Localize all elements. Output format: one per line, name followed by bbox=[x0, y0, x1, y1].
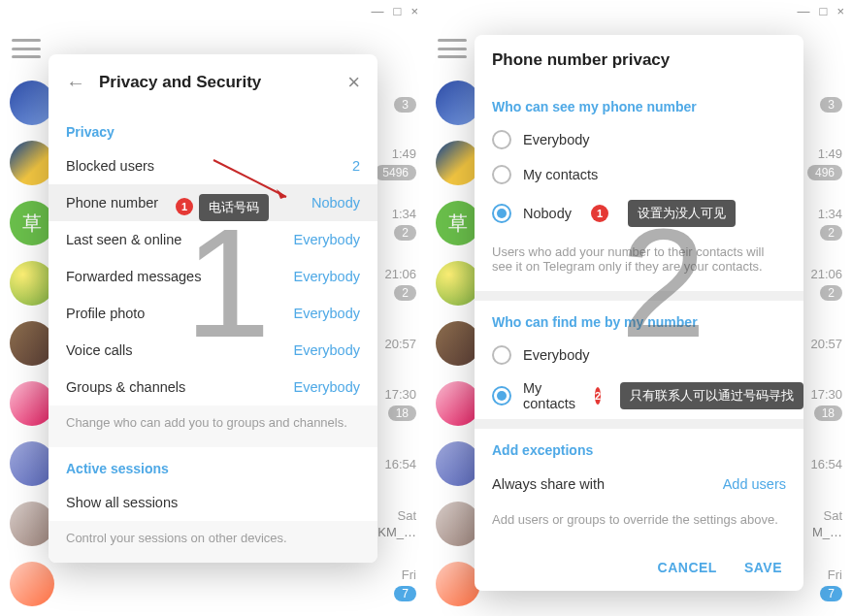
hamburger-icon[interactable] bbox=[12, 39, 41, 58]
setting-value: 2 bbox=[352, 158, 360, 174]
chat-meta: 20:57 bbox=[810, 337, 842, 351]
maximize-icon[interactable]: □ bbox=[820, 4, 828, 18]
annotation-badge-1: 1 bbox=[176, 198, 193, 215]
chat-time: 1:49 bbox=[375, 146, 416, 161]
radio-everybody-see[interactable]: Everybody bbox=[475, 122, 803, 157]
setting-label: Always share with bbox=[492, 476, 605, 492]
minimize-icon[interactable]: — bbox=[798, 4, 810, 18]
setting-value: Everybody bbox=[293, 232, 360, 247]
who-can-find-label: Who can find me by my number bbox=[475, 301, 803, 338]
chat-time: 21:06 bbox=[384, 267, 416, 281]
annotation-tooltip-contacts: 只有联系人可以通过号码寻找 bbox=[620, 382, 803, 409]
cancel-button[interactable]: CANCEL bbox=[658, 560, 717, 575]
chat-time: 16:54 bbox=[384, 457, 416, 471]
chat-meta: SatKM_… bbox=[377, 508, 416, 540]
chat-time: 20:57 bbox=[384, 337, 416, 351]
chat-meta: 1:495496 bbox=[375, 146, 416, 180]
close-icon[interactable]: × bbox=[347, 70, 360, 95]
window-controls: — □ × bbox=[372, 4, 418, 18]
setting-value: Nobody bbox=[311, 195, 360, 211]
chat-time: 17:30 bbox=[384, 387, 416, 402]
unread-badge: 18 bbox=[814, 405, 842, 421]
chat-time: Sat bbox=[377, 508, 416, 523]
chat-meta: Fri7 bbox=[394, 567, 416, 601]
chat-time: 16:54 bbox=[810, 457, 842, 471]
privacy-security-dialog: ← Privacy and Security × Privacy Blocked… bbox=[49, 54, 377, 563]
radio-icon bbox=[492, 130, 511, 149]
setting-label: Profile photo bbox=[66, 306, 145, 321]
hamburger-icon[interactable] bbox=[438, 39, 467, 58]
setting-value: Everybody bbox=[293, 269, 360, 284]
setting-value: Everybody bbox=[293, 342, 360, 358]
chat-meta: Fri7 bbox=[820, 567, 842, 601]
chat-meta: 3 bbox=[394, 93, 416, 113]
setting-label: Phone number bbox=[66, 195, 158, 211]
radio-label: Nobody bbox=[523, 206, 572, 221]
chat-time: 21:06 bbox=[810, 267, 842, 281]
radio-nobody-see[interactable]: Nobody 1 设置为没人可见 bbox=[475, 192, 803, 235]
forwarded-row[interactable]: Forwarded messages Everybody bbox=[49, 258, 377, 295]
radio-contacts-see[interactable]: My contacts bbox=[475, 157, 803, 192]
right-pane: — □ × 31:49496草1:34221:06220:5717:301816… bbox=[426, 0, 852, 616]
who-can-see-label: Who can see my phone number bbox=[475, 85, 803, 122]
radio-contacts-find[interactable]: My contacts 2 只有联系人可以通过号码寻找 bbox=[475, 373, 803, 419]
unread-badge: 5496 bbox=[375, 165, 416, 180]
chat-row[interactable]: Fri7 bbox=[0, 554, 426, 614]
maximize-icon[interactable]: □ bbox=[394, 4, 402, 18]
chat-preview: M_… bbox=[812, 525, 842, 539]
chat-time: 17:30 bbox=[810, 387, 842, 402]
chat-meta: 1:342 bbox=[392, 207, 416, 241]
unread-badge: 3 bbox=[394, 97, 416, 113]
unread-badge: 2 bbox=[820, 225, 842, 241]
groups-channels-row[interactable]: Groups & channels Everybody bbox=[49, 369, 377, 405]
exceptions-hint: Add users or groups to override the sett… bbox=[475, 503, 803, 544]
always-share-row[interactable]: Always share with Add users bbox=[475, 466, 803, 503]
radio-everybody-find[interactable]: Everybody bbox=[475, 338, 803, 373]
dialog-header: Phone number privacy bbox=[475, 35, 803, 85]
chat-meta: 3 bbox=[820, 93, 842, 113]
save-button[interactable]: SAVE bbox=[744, 560, 782, 575]
show-sessions-row[interactable]: Show all sessions bbox=[49, 484, 377, 521]
annotation-tooltip-nobody: 设置为没人可见 bbox=[628, 200, 736, 227]
profile-photo-row[interactable]: Profile photo Everybody bbox=[49, 295, 377, 332]
divider bbox=[475, 419, 803, 429]
setting-label: Show all sessions bbox=[66, 495, 178, 510]
sessions-hint: Control your sessions on other devices. bbox=[49, 521, 377, 563]
left-pane: — □ × 31:495496草1:34221:06220:5717:30181… bbox=[0, 0, 426, 616]
last-seen-row[interactable]: Last seen & online Everybody bbox=[49, 221, 377, 258]
sessions-section-label: Active sessions bbox=[49, 447, 377, 484]
voice-calls-row[interactable]: Voice calls Everybody bbox=[49, 332, 377, 369]
chat-time: 1:49 bbox=[807, 146, 842, 161]
add-users-link[interactable]: Add users bbox=[723, 476, 786, 492]
dialog-actions: CANCEL SAVE bbox=[475, 544, 803, 591]
chat-meta: 16:54 bbox=[384, 457, 416, 471]
back-arrow-icon[interactable]: ← bbox=[66, 72, 85, 94]
setting-label: Last seen & online bbox=[66, 232, 181, 247]
chat-meta: 17:3018 bbox=[384, 387, 416, 421]
chat-meta: 21:062 bbox=[384, 267, 416, 301]
setting-label: Groups & channels bbox=[66, 379, 185, 395]
chat-preview: KM_… bbox=[377, 525, 416, 539]
annotation-badge-1: 1 bbox=[591, 205, 608, 222]
unread-badge: 18 bbox=[388, 405, 416, 421]
radio-label: My contacts bbox=[523, 380, 575, 411]
chat-time: 1:34 bbox=[818, 207, 842, 221]
radio-icon bbox=[492, 204, 511, 223]
close-icon[interactable]: × bbox=[836, 4, 844, 18]
privacy-section-label: Privacy bbox=[49, 111, 377, 147]
blocked-users-row[interactable]: Blocked users 2 bbox=[49, 147, 377, 184]
setting-label: Blocked users bbox=[66, 158, 154, 174]
unread-badge: 2 bbox=[394, 285, 416, 301]
close-icon[interactable]: × bbox=[410, 4, 418, 18]
unread-badge: 496 bbox=[807, 165, 842, 180]
unread-badge: 7 bbox=[820, 586, 842, 601]
unread-badge: 2 bbox=[820, 285, 842, 301]
chat-meta: 16:54 bbox=[810, 457, 842, 471]
chat-time: Sat bbox=[812, 508, 842, 523]
chat-meta: 1:342 bbox=[818, 207, 842, 241]
minimize-icon[interactable]: — bbox=[372, 4, 384, 18]
unread-badge: 3 bbox=[820, 97, 842, 113]
chat-time: Fri bbox=[394, 567, 416, 582]
radio-label: Everybody bbox=[523, 347, 590, 363]
dialog-header: ← Privacy and Security × bbox=[49, 54, 377, 111]
